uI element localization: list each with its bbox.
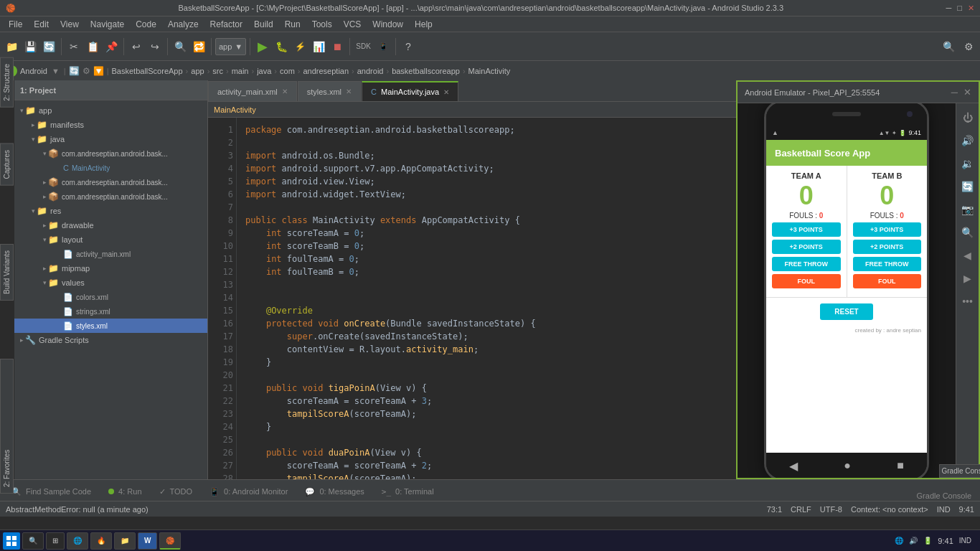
team-a-2pts[interactable]: +2 POINTS	[772, 240, 841, 254]
tree-item-colors[interactable]: 📄 colors.xml	[14, 290, 207, 304]
tree-item-drawable[interactable]: ▸ 📁 drawable	[14, 218, 207, 232]
help-btn[interactable]: ?	[400, 37, 417, 57]
recents-btn[interactable]: ■	[897, 459, 904, 472]
tree-item-manifests[interactable]: ▸ 📁 manifests	[14, 118, 207, 132]
tab-find-sample[interactable]: 🔍 Find Sample Code	[3, 482, 100, 501]
tab-terminal[interactable]: >_ 0: Terminal	[373, 482, 443, 501]
reset-button[interactable]: RESET	[820, 303, 872, 320]
menu-analyze[interactable]: Analyze	[162, 18, 204, 31]
toolbar-btn-2[interactable]: 💾	[22, 37, 39, 57]
encoding[interactable]: UTF-8	[820, 505, 842, 514]
volume-up-btn[interactable]: 🔊	[959, 132, 976, 149]
nav-bread-main[interactable]: main	[232, 67, 249, 75]
gradle-console-bottom[interactable]: Gradle Console	[911, 491, 977, 500]
tree-item-strings[interactable]: 📄 strings.xml	[14, 304, 207, 319]
tree-item-app[interactable]: ▾ 📁 app	[14, 103, 207, 118]
tab-styles-close[interactable]: ✕	[346, 88, 352, 95]
nav-bread-com[interactable]: com	[280, 67, 295, 75]
stop-button[interactable]: ⏹	[329, 37, 346, 57]
menu-build[interactable]: Build	[248, 18, 279, 31]
toolbar-btn-cut[interactable]: ✂	[65, 37, 83, 57]
nav-bread-app2[interactable]: app	[191, 67, 204, 75]
nav-filter[interactable]: 🔽	[93, 66, 104, 76]
team-b-2pts[interactable]: +2 POINTS	[853, 240, 922, 254]
code-content[interactable]: package com.andreseptian.android.basketb…	[237, 118, 736, 479]
toolbar-btn-search[interactable]: 🔍	[171, 37, 189, 57]
favorites-tab[interactable]: 2: Favorites	[0, 359, 14, 494]
tree-item-styles[interactable]: 📄 styles.xml	[14, 319, 207, 333]
tab-mainactivity-close[interactable]: ✕	[443, 88, 449, 96]
forward-nav-btn[interactable]: ▶	[959, 270, 976, 287]
tab-todo[interactable]: ✓ TODO	[151, 482, 202, 501]
taskbar-battery[interactable]: 🔋	[923, 537, 932, 545]
nav-settings[interactable]: ⚙	[83, 66, 90, 76]
menu-file[interactable]: File	[3, 18, 28, 31]
code-editor[interactable]: 12345 678910 1112131415 16 17181920 2122…	[208, 118, 736, 479]
taskbar-chrome[interactable]: 🌐	[67, 532, 88, 550]
nav-bread-android[interactable]: android	[357, 67, 384, 75]
profile-button[interactable]: 📊	[310, 37, 327, 57]
power-btn[interactable]: ⏻	[959, 109, 976, 126]
captures-tab[interactable]: Captures	[0, 143, 14, 186]
back-btn[interactable]: ◀	[789, 459, 798, 473]
tree-item-res[interactable]: ▾ 📁 res	[14, 204, 207, 218]
toolbar-btn-3[interactable]: 🔄	[40, 37, 57, 57]
line-ending[interactable]: CRLF	[791, 505, 811, 514]
cursor-position[interactable]: 73:1	[767, 505, 782, 514]
menu-refactor[interactable]: Refactor	[204, 18, 248, 31]
debug-button[interactable]: 🐛	[273, 37, 290, 57]
toolbar-btn-copy[interactable]: 📋	[84, 37, 101, 57]
emulator-minimize[interactable]: ─	[951, 87, 958, 98]
taskbar-firefox[interactable]: 🔥	[90, 532, 112, 550]
tree-item-pkg3[interactable]: ▸ 📦 com.andreseptian.android.bask...	[14, 189, 207, 204]
taskbar-explorer[interactable]: 📁	[114, 532, 136, 550]
menu-view[interactable]: View	[55, 18, 85, 31]
menu-navigate[interactable]: Navigate	[85, 18, 130, 31]
run-button[interactable]: ▶	[254, 37, 271, 57]
nav-bread-app[interactable]: BasketballScoreApp	[112, 67, 183, 75]
taskbar-task-view[interactable]: ⊞	[46, 532, 65, 550]
nav-bread-main-activity[interactable]: MainActivity	[468, 67, 511, 75]
tree-item-pkg2[interactable]: ▸ 📦 com.andreseptian.android.bask...	[14, 175, 207, 189]
tree-item-values[interactable]: ▾ 📁 values	[14, 276, 207, 290]
back-nav-btn[interactable]: ◀	[959, 247, 976, 264]
toolbar-btn-undo[interactable]: ↩	[128, 37, 145, 57]
emulator-close[interactable]: ✕	[963, 87, 971, 98]
nav-bread-pkg[interactable]: andreseptian	[303, 67, 349, 75]
team-b-3pts[interactable]: +3 POINTS	[853, 222, 922, 237]
menu-tools[interactable]: Tools	[306, 18, 338, 31]
coverage-button[interactable]: ⚡	[291, 37, 308, 57]
nav-bread-java[interactable]: java	[257, 67, 271, 75]
volume-down-btn[interactable]: 🔉	[959, 155, 976, 172]
taskbar-search[interactable]: 🔍	[22, 532, 44, 550]
tree-item-pkg1[interactable]: ▾ 📦 com.andreseptian.android.bask...	[14, 146, 207, 161]
menu-code[interactable]: Code	[130, 18, 162, 31]
tab-mainactivity[interactable]: C MainActivity.java ✕	[362, 81, 458, 101]
menu-vcs[interactable]: VCS	[338, 18, 367, 31]
taskbar-lang[interactable]: IND	[959, 537, 971, 545]
taskbar-word[interactable]: W	[138, 532, 157, 550]
build-variants-tab[interactable]: Build Variants	[0, 244, 14, 301]
tree-item-gradle[interactable]: ▸ 🔧 Gradle Scripts	[14, 333, 207, 347]
tab-activity-main-close[interactable]: ✕	[282, 88, 288, 95]
nav-refresh[interactable]: 🔄	[69, 66, 80, 76]
toolbar-btn-1[interactable]: 📁	[3, 37, 20, 57]
settings-btn[interactable]: ⚙	[960, 37, 977, 57]
sdk-manager-btn[interactable]: SDK	[354, 37, 373, 57]
tab-activity-main[interactable]: activity_main.xml ✕	[208, 81, 297, 101]
team-b-freethrow[interactable]: FREE THROW	[853, 257, 922, 271]
tab-android-monitor[interactable]: 📱 0: Android Monitor	[201, 482, 296, 501]
app-config-dropdown[interactable]: app▼	[215, 38, 246, 55]
nav-bread-src[interactable]: src	[212, 67, 223, 75]
screenshot-btn[interactable]: 📷	[959, 201, 976, 218]
taskbar-studio[interactable]: 🏀	[159, 532, 181, 550]
more-btn[interactable]: •••	[959, 293, 976, 310]
taskbar-sound[interactable]: 🔊	[909, 537, 918, 545]
toolbar-btn-redo[interactable]: ↪	[146, 37, 164, 57]
rotate-btn[interactable]: 🔄	[959, 178, 976, 195]
zoom-in-btn[interactable]: 🔍	[959, 224, 976, 241]
global-search-btn[interactable]: 🔍	[940, 37, 957, 57]
nav-android[interactable]: Android	[20, 67, 47, 75]
home-btn[interactable]: ●	[844, 459, 851, 472]
tree-item-java[interactable]: ▾ 📁 java	[14, 132, 207, 146]
